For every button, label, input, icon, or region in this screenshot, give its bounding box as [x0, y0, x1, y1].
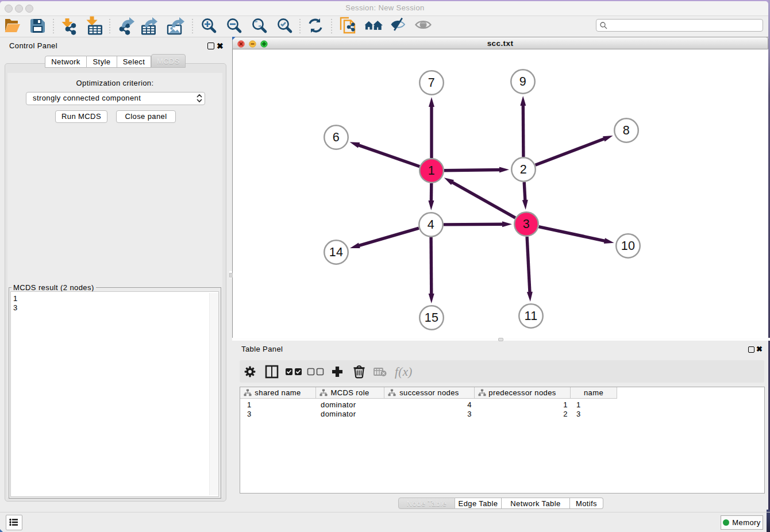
svg-text:15: 15 — [425, 311, 439, 325]
svg-text:9: 9 — [519, 75, 526, 88]
svg-text:10: 10 — [621, 239, 636, 253]
svg-text:14: 14 — [329, 245, 344, 259]
svg-text:1: 1 — [428, 164, 435, 178]
svg-text:6: 6 — [333, 130, 340, 144]
svg-text:7: 7 — [428, 76, 435, 90]
svg-text:2: 2 — [520, 163, 527, 176]
svg-text:8: 8 — [623, 124, 630, 137]
svg-text:11: 11 — [524, 309, 537, 323]
svg-text:4: 4 — [428, 218, 434, 232]
svg-text:f(x): f(x) — [395, 365, 413, 379]
svg-text:3: 3 — [523, 217, 530, 231]
